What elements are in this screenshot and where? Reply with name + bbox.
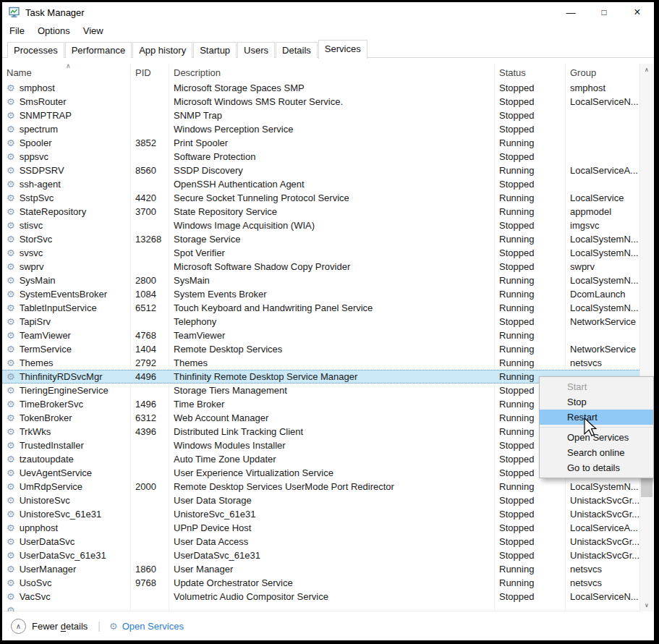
service-group [565,150,639,164]
minimize-button[interactable]: — [554,2,587,22]
service-gear-icon: ⚙ [7,564,15,574]
table-row[interactable]: ⚙SmsRouterMicrosoft Windows SMS Router S… [2,95,639,109]
maximize-button[interactable]: □ [587,2,621,22]
menu-item-search-online[interactable]: Search online [540,445,653,460]
table-row[interactable]: ⚙stisvcWindows Image Acquisition (WIA)St… [2,219,639,232]
table-row[interactable]: ⚙UserDataSvcUser Data AccessStoppedUnist… [2,535,639,548]
column-header-pid[interactable]: PID [130,64,169,81]
table-row[interactable]: ⚙TabletInputService6512Touch Keyboard an… [2,301,639,315]
service-description: User Manager [169,562,494,576]
service-name: ⚙TabletInputService [2,301,130,315]
service-description [169,603,494,611]
tab-app-history[interactable]: App history [132,42,192,58]
service-gear-icon: ⚙ [7,523,15,533]
tab-startup[interactable]: Startup [193,42,237,58]
tab-users[interactable]: Users [237,42,275,58]
service-description: Secure Socket Tunneling Protocol Service [169,191,494,205]
table-row[interactable]: ⚙UnistoreSvc_61e31UnistoreSvc_61e31Stopp… [2,507,639,521]
table-row[interactable]: ⚙spectrumWindows Perception ServiceStopp… [2,122,639,136]
table-row[interactable]: ⚙SstpSvc4420Secure Socket Tunneling Prot… [2,191,639,205]
service-status: Stopped [494,109,565,122]
table-row[interactable]: ⚙UnistoreSvcUser Data StorageStoppedUnis… [2,493,639,507]
menu-item-stop[interactable]: Stop [540,394,653,410]
table-row[interactable]: ⚙ssh-agentOpenSSH Authentication AgentSt… [2,177,639,191]
scrollbar-thumb[interactable] [641,478,652,497]
service-pid: 1084 [130,287,169,301]
service-pid [130,590,169,603]
menu-view[interactable]: View [77,25,110,36]
table-row[interactable]: ⚙ [2,603,639,611]
table-row[interactable]: ⚙SysMain2800SysMainRunningLocalSystemN..… [2,274,639,287]
scroll-up-icon[interactable]: ∧ [640,64,653,76]
table-row[interactable]: ⚙Spooler3852Print SpoolerRunning [2,136,639,150]
table-row[interactable]: ⚙SystemEventsBroker1084System Events Bro… [2,287,639,301]
table-row[interactable]: ⚙UserDataSvc_61e31UserDataSvc_61e31Stopp… [2,548,639,562]
service-pid [130,466,169,480]
service-gear-icon: ⚙ [7,303,15,313]
table-row[interactable]: ⚙svsvcSpot VerifierStoppedLocalSystemN..… [2,246,639,260]
vertical-scrollbar[interactable]: ∧ ∨ [639,64,653,611]
table-row[interactable]: ⚙UserManager1860User ManagerRunningnetsv… [2,562,639,576]
tab-processes[interactable]: Processes [7,42,64,58]
table-row[interactable]: ⚙StateRepository3700State Repository Ser… [2,205,639,219]
close-button[interactable]: × [621,2,654,22]
service-status: Running [494,480,565,493]
service-group: NetworkService [565,342,639,356]
service-gear-icon: ⚙ [7,454,15,464]
table-row[interactable]: ⚙UsoSvc9768Update Orchestrator ServiceRu… [2,576,639,590]
tab-performance[interactable]: Performance [65,42,132,58]
column-header-description[interactable]: Description [169,64,494,81]
service-description: Storage Service [169,232,494,246]
service-name: ⚙swprv [2,260,130,274]
service-description: Windows Image Acquisition (WIA) [169,219,494,232]
tab-details[interactable]: Details [276,42,318,58]
table-row[interactable]: ⚙upnphostUPnP Device HostStoppedLocalSer… [2,521,639,535]
service-group: LocalSystemN... [565,232,639,246]
table-row[interactable]: ⚙swprvMicrosoft Software Shadow Copy Pro… [2,260,639,274]
service-pid: 3700 [130,205,169,219]
menu-item-go-to-details[interactable]: Go to details [540,460,653,475]
menu-bar: File Options View [2,22,654,39]
open-services-link[interactable]: Open Services [122,621,184,632]
service-description: OpenSSH Authentication Agent [169,177,494,191]
table-row[interactable]: ⚙TermService1404Remote Desktop ServicesR… [2,342,639,356]
service-gear-icon: ⚙ [7,152,15,161]
tab-services[interactable]: Services [318,40,367,59]
service-description: Storage Tiers Management [169,384,494,397]
service-group: netsvcs [565,562,639,576]
service-status: Stopped [494,122,565,136]
menu-options[interactable]: Options [31,25,77,36]
service-gear-icon: ⚙ [7,509,15,519]
service-name: ⚙smphost [2,81,130,95]
table-row[interactable]: ⚙SSDPSRV8560SSDP DiscoveryRunningLocalSe… [2,164,639,177]
table-header: ∧ Name PID Description Status Group [2,64,639,81]
service-gear-icon: ⚙ [7,606,15,611]
column-header-status[interactable]: Status [494,64,565,81]
service-gear-icon: ⚙ [7,331,15,340]
task-manager-window: Task Manager — □ × File Options View Pro… [2,2,654,640]
table-row[interactable]: ⚙UmRdpService2000Remote Desktop Services… [2,480,639,493]
column-header-group[interactable]: Group [565,64,639,81]
scroll-down-icon[interactable]: ∨ [640,599,653,611]
service-name: ⚙tzautoupdate [2,452,130,466]
table-row[interactable]: ⚙Themes2792ThemesRunningnetsvcs [2,356,639,370]
service-pid: 2000 [130,480,169,493]
table-row[interactable]: ⚙StorSvc13268Storage ServiceRunningLocal… [2,232,639,246]
service-name: ⚙UserDataSvc [2,535,130,548]
service-status: Stopped [494,521,565,535]
table-row[interactable]: ⚙SNMPTRAPSNMP TrapStopped [2,109,639,122]
service-description: Windows Perception Service [169,122,494,136]
fewer-details-button[interactable]: Fewer details [32,621,88,632]
table-row[interactable]: ⚙TapiSrvTelephonyStoppedNetworkService [2,315,639,329]
table-row[interactable]: ⚙smphostMicrosoft Storage Spaces SMPStop… [2,81,639,95]
service-group [565,603,639,611]
table-row[interactable]: ⚙TeamViewer4768TeamViewerRunning [2,329,639,342]
service-group: UnistackSvcGr... [565,507,639,521]
table-row[interactable]: ⚙sppsvcSoftware ProtectionStopped [2,150,639,164]
fewer-details-chevron-icon[interactable]: ∧ [11,619,26,634]
service-group: LocalSystemN... [565,274,639,287]
table-row[interactable]: ⚙VacSvcVolumetric Audio Compositor Servi… [2,590,639,603]
service-gear-icon: ⚙ [7,234,15,244]
service-description: SysMain [169,274,494,287]
menu-file[interactable]: File [3,25,31,36]
